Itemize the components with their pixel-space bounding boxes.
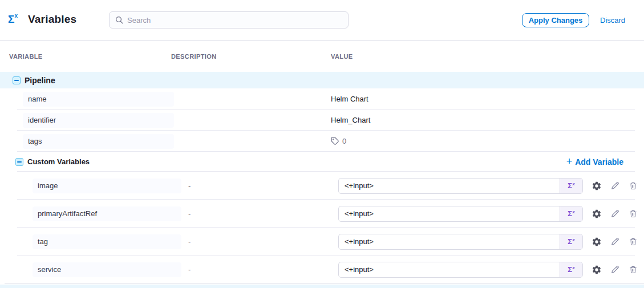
gear-icon	[592, 181, 602, 191]
settings-button[interactable]	[592, 181, 602, 191]
variable-value: Helm_Chart	[331, 116, 635, 124]
top-bar: Σx Variables Apply Changes Discard	[0, 0, 644, 40]
search-box[interactable]	[109, 11, 349, 29]
delete-button[interactable]	[629, 209, 638, 218]
search-input[interactable]	[127, 16, 342, 25]
value-input-wrapper: Σx	[338, 234, 583, 250]
settings-button[interactable]	[592, 237, 602, 247]
tags-count-value: 0	[331, 137, 635, 145]
pencil-icon	[610, 237, 620, 246]
apply-changes-button[interactable]: Apply Changes	[522, 13, 589, 27]
column-header-description: DESCRIPTION	[171, 53, 331, 60]
page-title: Variables	[28, 13, 76, 26]
gear-icon	[592, 237, 602, 247]
custom-variables-section-row[interactable]: Custom Variables + Add Variable	[0, 152, 644, 172]
variable-row-tags: tags 0	[0, 131, 644, 152]
custom-variables-section-label: Custom Variables	[27, 157, 90, 166]
variable-description: -	[171, 209, 331, 218]
value-input-wrapper: Σx	[338, 206, 583, 222]
gear-icon	[592, 265, 602, 275]
variable-row-name: name Helm Chart	[0, 88, 644, 109]
settings-button[interactable]	[592, 265, 602, 275]
plus-icon: +	[566, 156, 573, 167]
variable-row-service: service - Σx	[0, 255, 644, 283]
trash-icon	[629, 181, 638, 190]
edit-button[interactable]	[610, 181, 620, 190]
value-input[interactable]	[339, 234, 560, 249]
gear-icon	[592, 209, 602, 219]
expression-type-badge[interactable]: Σx	[560, 206, 582, 221]
variable-row-primaryartifactref: primaryArtifactRef - Σx	[0, 200, 644, 228]
minus-icon	[14, 80, 19, 81]
trash-icon	[629, 209, 638, 218]
expression-type-badge[interactable]: Σx	[560, 179, 582, 193]
variable-row-image: image - Σx	[0, 172, 644, 200]
value-input[interactable]	[339, 206, 560, 221]
discard-button[interactable]: Discard	[600, 16, 625, 25]
variable-row-tag: tag - Σx	[0, 228, 644, 255]
settings-button[interactable]	[592, 209, 602, 219]
add-variable-button[interactable]: + Add Variable	[566, 152, 623, 172]
variable-name-label: primaryArtifactRef	[33, 206, 181, 221]
variable-value: Helm Chart	[331, 95, 635, 103]
variable-name-label: identifier	[23, 113, 174, 128]
collapse-toggle[interactable]	[13, 76, 21, 84]
column-header-value: VALUE	[331, 53, 635, 60]
expression-type-badge[interactable]: Σx	[560, 234, 582, 249]
variable-row-identifier: identifier Helm_Chart	[0, 109, 644, 131]
variable-name-label: tag	[33, 234, 181, 249]
variable-name-label: name	[23, 92, 174, 107]
pencil-icon	[610, 181, 620, 190]
value-input-wrapper: Σx	[338, 262, 583, 278]
tags-count: 0	[342, 137, 346, 145]
expression-type-badge[interactable]: Σx	[560, 262, 582, 277]
next-section-row-partial	[0, 285, 644, 288]
delete-button[interactable]	[629, 265, 638, 274]
pipeline-section-label: Pipeline	[25, 76, 55, 85]
collapse-toggle[interactable]	[15, 158, 23, 166]
variable-name-label: tags	[23, 134, 174, 149]
edit-button[interactable]	[610, 237, 620, 246]
value-input[interactable]	[339, 262, 560, 277]
variable-description: -	[171, 181, 331, 190]
value-input[interactable]	[339, 179, 560, 193]
variable-name-label: service	[33, 262, 181, 277]
edit-button[interactable]	[610, 265, 620, 274]
value-input-wrapper: Σx	[338, 178, 583, 194]
pencil-icon	[610, 209, 620, 218]
pencil-icon	[610, 265, 620, 274]
trash-icon	[629, 237, 638, 246]
variable-name-label: image	[33, 179, 181, 193]
edit-button[interactable]	[610, 209, 620, 218]
search-icon	[115, 16, 123, 24]
tag-icon	[331, 137, 339, 145]
delete-button[interactable]	[629, 237, 638, 246]
minus-icon	[17, 161, 22, 163]
add-variable-label: Add Variable	[575, 157, 623, 167]
sigma-expression-logo-icon: Σx	[8, 14, 18, 25]
column-header-variable: VARIABLE	[9, 53, 171, 60]
table-header-row: VARIABLE DESCRIPTION VALUE	[0, 40, 644, 72]
trash-icon	[629, 265, 638, 274]
variable-description: -	[171, 265, 331, 274]
variable-description: -	[171, 237, 331, 246]
pipeline-section-row[interactable]: Pipeline	[0, 72, 644, 88]
delete-button[interactable]	[629, 181, 638, 190]
